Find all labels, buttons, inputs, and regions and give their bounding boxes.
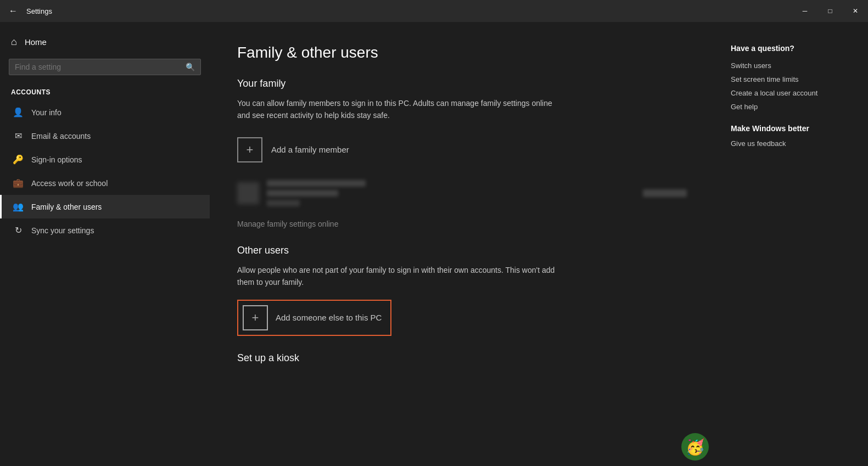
help-link-get-help[interactable]: Get help [731, 103, 852, 111]
close-button[interactable]: ✕ [843, 0, 868, 22]
sidebar-item-access-work[interactable]: 💼 Access work or school [0, 171, 210, 195]
mascot-face-icon: 🥳 [686, 438, 705, 456]
person-icon: 👤 [13, 107, 24, 117]
home-label: Home [25, 37, 47, 47]
add-family-member-button[interactable]: + Add a family member [237, 133, 687, 167]
sidebar-label-sign-in: Sign-in options [31, 155, 82, 164]
app-title: Settings [26, 7, 52, 15]
other-users-title: Other users [237, 245, 687, 256]
sidebar-item-family-users[interactable]: 👥 Family & other users [0, 195, 210, 218]
other-users-description: Allow people who are not part of your fa… [237, 264, 567, 289]
home-icon: ⌂ [11, 36, 17, 48]
sidebar-label-access-work: Access work or school [31, 179, 108, 188]
title-bar: ← Settings ─ □ ✕ [0, 0, 868, 22]
help-link-screen-time[interactable]: Set screen time limits [731, 75, 852, 83]
sidebar: ⌂ Home 🔍 Accounts 👤 Your info ✉ Email & … [0, 22, 210, 466]
maximize-button[interactable]: □ [817, 0, 843, 22]
mascot-avatar: 🥳 [681, 433, 709, 461]
sidebar-label-email-accounts: Email & accounts [31, 132, 91, 141]
add-someone-label: Add someone else to this PC [276, 313, 382, 322]
email-icon: ✉ [13, 131, 24, 141]
sidebar-section-label: Accounts [0, 84, 210, 100]
manage-family-link[interactable]: Manage family settings online [237, 220, 687, 228]
your-family-title: Your family [237, 78, 687, 89]
family-member-email [267, 190, 338, 196]
search-input[interactable] [15, 63, 186, 71]
kiosk-title: Set up a kiosk [237, 352, 687, 364]
help-title: Have a question? [731, 44, 852, 53]
sidebar-item-email-accounts[interactable]: ✉ Email & accounts [0, 124, 210, 148]
search-box[interactable]: 🔍 [9, 59, 201, 75]
help-link-local-account[interactable]: Create a local user account [731, 89, 852, 97]
window-controls: ─ □ ✕ [792, 0, 868, 22]
sidebar-item-your-info[interactable]: 👤 Your info [0, 100, 210, 124]
sidebar-item-sync-settings[interactable]: ↻ Sync your settings [0, 218, 210, 242]
search-icon: 🔍 [186, 63, 195, 71]
sidebar-label-your-info: Your info [31, 108, 61, 117]
family-member-name [267, 180, 366, 187]
sync-icon: ↻ [13, 225, 24, 235]
family-member-badge [267, 200, 300, 206]
home-nav-item[interactable]: ⌂ Home [0, 31, 210, 53]
add-someone-button[interactable]: + Add someone else to this PC [237, 300, 391, 336]
back-button[interactable]: ← [7, 4, 20, 18]
family-member-avatar [237, 182, 259, 204]
add-someone-plus-icon: + [243, 305, 268, 330]
family-member-row [237, 176, 687, 211]
key-icon: 🔑 [13, 154, 24, 165]
add-family-plus-icon: + [237, 137, 262, 162]
people-icon: 👥 [13, 201, 24, 212]
your-family-description: You can allow family members to sign in … [237, 97, 567, 122]
right-panel: Have a question? Switch users Set screen… [714, 22, 868, 466]
page-title: Family & other users [237, 44, 687, 61]
sidebar-label-sync: Sync your settings [31, 226, 94, 235]
minimize-button[interactable]: ─ [792, 0, 817, 22]
make-better-title: Make Windows better [731, 124, 852, 133]
family-member-info [267, 180, 366, 206]
mascot-widget: 🥳 [681, 433, 709, 461]
main-content: Family & other users Your family You can… [210, 22, 714, 466]
briefcase-icon: 💼 [13, 178, 24, 188]
app-body: ⌂ Home 🔍 Accounts 👤 Your info ✉ Email & … [0, 22, 868, 466]
help-link-switch-users[interactable]: Switch users [731, 61, 852, 70]
give-feedback-link[interactable]: Give us feedback [731, 139, 852, 148]
add-family-label: Add a family member [271, 145, 349, 154]
sidebar-item-sign-in-options[interactable]: 🔑 Sign-in options [0, 148, 210, 171]
sidebar-label-family-users: Family & other users [31, 203, 102, 211]
